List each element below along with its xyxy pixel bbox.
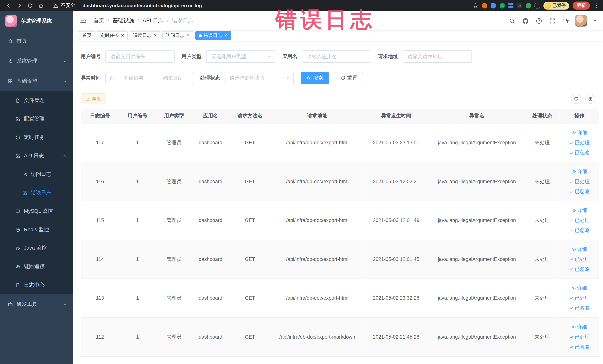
- user-id-input[interactable]: [105, 50, 174, 63]
- extension-icon-2[interactable]: [490, 3, 496, 8]
- user-type-select[interactable]: 请选择用户类型: [206, 50, 275, 63]
- mark-processed-link[interactable]: 已处理: [561, 332, 598, 342]
- sidebar-item-home[interactable]: 首页: [0, 31, 73, 51]
- sidebar-item-redis-monitor[interactable]: Redis 监控: [0, 221, 73, 239]
- app-name-input[interactable]: [302, 50, 371, 63]
- mark-processed-link[interactable]: 已处理: [561, 254, 598, 264]
- box-icon: [15, 227, 20, 232]
- mark-ignored-link[interactable]: 已忽略: [561, 225, 598, 235]
- hamburger-icon[interactable]: [79, 16, 87, 25]
- caret-down-icon[interactable]: [593, 19, 597, 23]
- sidebar-item-file-management[interactable]: 文件管理: [0, 91, 73, 110]
- help-icon[interactable]: [535, 17, 543, 24]
- browser-back-button[interactable]: [4, 1, 13, 10]
- active-tab-dot: [199, 34, 202, 37]
- reset-button[interactable]: 重置: [335, 72, 363, 84]
- browser-forward-button[interactable]: [15, 1, 24, 10]
- browser-reload-button[interactable]: [25, 1, 35, 10]
- column-header-request-url: 请求地址: [271, 109, 363, 123]
- breadcrumb-infrastructure[interactable]: 基础设施: [104, 17, 134, 24]
- extension-icon-6[interactable]: [534, 3, 540, 8]
- extension-icon-5[interactable]: [525, 3, 531, 8]
- sidebar-item-system-management[interactable]: 系统管理: [0, 51, 73, 71]
- breadcrumb-api-logs[interactable]: API 日志: [134, 17, 163, 24]
- export-button[interactable]: 导出: [81, 94, 106, 104]
- page-content: 用户编号 用户类型 请选择用户类型 应用名: [73, 41, 603, 364]
- check-icon: [569, 179, 574, 184]
- range-separator: -: [152, 75, 154, 81]
- close-icon[interactable]: ✕: [153, 33, 157, 38]
- sidebar-item-link-tracing[interactable]: 链路追踪: [0, 257, 73, 276]
- mark-processed-link[interactable]: 已处理: [561, 176, 598, 186]
- detail-link[interactable]: 详细: [561, 128, 598, 138]
- close-icon[interactable]: ✕: [121, 33, 124, 38]
- mark-ignored-link[interactable]: 已忽略: [561, 342, 598, 352]
- tab-home[interactable]: 首页: [79, 31, 95, 40]
- address-bar-url[interactable]: dashboard.yudao.iocoder.cn/infra/log/api…: [82, 3, 202, 8]
- refresh-table-button[interactable]: [571, 94, 581, 104]
- extension-icon-3[interactable]: [499, 3, 505, 8]
- sidebar-item-log-center[interactable]: 日志中心: [0, 276, 73, 294]
- close-icon[interactable]: ✕: [224, 33, 228, 38]
- sidebar-item-access-log[interactable]: 访问日志: [0, 165, 73, 184]
- browser-update-button[interactable]: 更新: [573, 1, 590, 10]
- tab-access-log[interactable]: 访问日志 ✕: [162, 31, 193, 40]
- detail-link[interactable]: 详细: [561, 244, 598, 254]
- process-status-select[interactable]: 请选择处理状态: [225, 72, 294, 84]
- browser-home-button[interactable]: [36, 1, 46, 10]
- sidebar-item-java-monitor[interactable]: Java 监控: [0, 239, 73, 257]
- mark-ignored-link[interactable]: 已忽略: [561, 186, 598, 196]
- request-url-input[interactable]: [403, 50, 472, 63]
- sidebar-item-scheduled-tasks[interactable]: 定时任务: [0, 128, 73, 147]
- tab-error-log[interactable]: 错误日志 ✕: [195, 31, 231, 40]
- close-icon[interactable]: ✕: [186, 33, 190, 38]
- fullscreen-icon[interactable]: [548, 17, 556, 24]
- user-avatar[interactable]: [575, 15, 587, 26]
- column-settings-button[interactable]: [585, 94, 595, 104]
- sidebar-item-dev-tools[interactable]: 研发工具: [0, 294, 73, 314]
- breadcrumb-home[interactable]: 首页: [93, 17, 104, 24]
- browser-menu-icon[interactable]: [593, 3, 599, 9]
- clock-icon: [15, 135, 20, 140]
- sidebar-item-infrastructure[interactable]: 基础设施: [0, 71, 73, 91]
- extension-icon-on[interactable]: on: [517, 3, 522, 8]
- eye-icon: [571, 286, 576, 290]
- check-icon: [569, 257, 574, 261]
- extension-icon-1[interactable]: [482, 3, 487, 8]
- github-icon[interactable]: [522, 17, 529, 24]
- sidebar-item-config-management[interactable]: 配置管理: [0, 110, 73, 128]
- sidebar-item-error-log[interactable]: 错误日志: [0, 184, 73, 202]
- sidebar-item-api-logs[interactable]: API 日志: [0, 146, 73, 165]
- exception-time-range-picker[interactable]: 开始日期 - 结束日期: [105, 72, 193, 84]
- browser-profile-chip[interactable]: 已暂停: [543, 2, 569, 9]
- home-icon: [8, 38, 13, 44]
- font-size-icon[interactable]: [562, 17, 569, 24]
- mark-ignored-link[interactable]: 已忽略: [561, 303, 598, 313]
- user-id-label: 用户编号: [81, 53, 101, 60]
- toolbox-icon: [8, 302, 13, 307]
- mark-ignored-link[interactable]: 已忽略: [561, 148, 598, 158]
- extension-icon-4[interactable]: [508, 3, 513, 8]
- app-logo-bar[interactable]: 芋道管理系统: [0, 11, 73, 31]
- tab-scheduled-tasks[interactable]: 定时任务 ✕: [97, 31, 128, 40]
- search-button[interactable]: 搜索: [301, 72, 329, 84]
- bookmark-star-icon[interactable]: [473, 3, 478, 9]
- detail-link[interactable]: 详细: [561, 322, 598, 332]
- check-icon: [569, 150, 574, 155]
- mark-processed-link[interactable]: 已处理: [561, 293, 598, 303]
- mark-ignored-link[interactable]: 已忽略: [561, 264, 598, 274]
- detail-link[interactable]: 详细: [561, 205, 598, 215]
- screen: 不安全 dashboard.yudao.iocoder.cn/infra/log…: [0, 0, 603, 364]
- eye-icon: [571, 247, 576, 251]
- mark-processed-link[interactable]: 已处理: [561, 138, 598, 148]
- security-chip[interactable]: 不安全: [53, 2, 75, 9]
- sidebar-item-mysql-monitor[interactable]: MySQL 监控: [0, 202, 73, 221]
- tab-dispatch-log[interactable]: 调度日志 ✕: [130, 31, 161, 40]
- mark-processed-link[interactable]: 已处理: [561, 215, 598, 225]
- detail-link[interactable]: 详细: [561, 283, 598, 293]
- search-icon[interactable]: [508, 17, 516, 24]
- sync-paused-badge: 已暂停: [552, 3, 566, 9]
- detail-link[interactable]: 详细: [561, 166, 598, 176]
- app-title: 芋道管理系统: [21, 18, 52, 24]
- refresh-icon: [574, 97, 578, 101]
